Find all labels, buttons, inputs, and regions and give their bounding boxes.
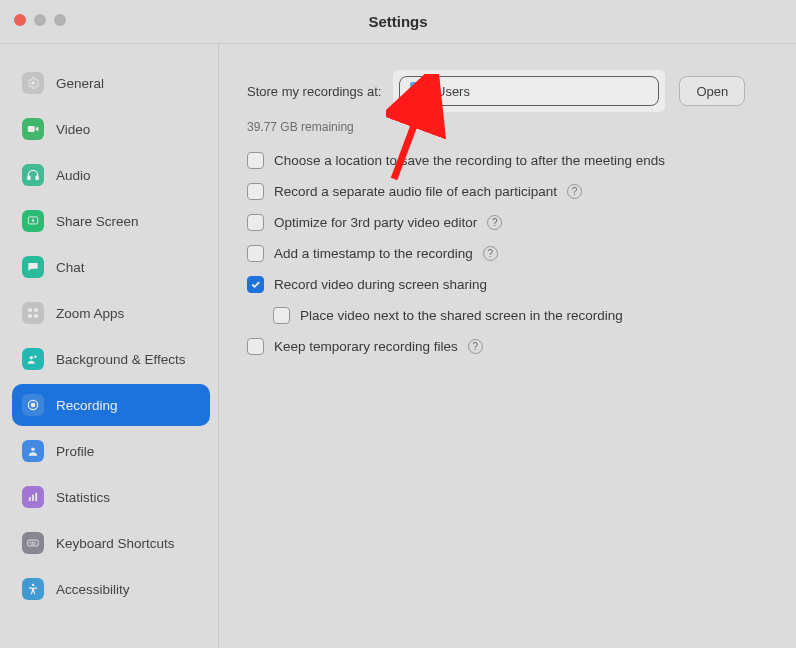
store-location-label: Store my recordings at:	[247, 84, 381, 99]
sidebar-item-chat[interactable]: Chat	[12, 246, 210, 288]
sidebar-item-label: Chat	[56, 260, 85, 275]
svg-point-9	[30, 356, 34, 360]
sidebar-item-keyboard-shortcuts[interactable]: Keyboard Shortcuts	[12, 522, 210, 564]
svg-rect-6	[34, 308, 38, 312]
sidebar-item-label: Audio	[56, 168, 91, 183]
video-icon	[22, 118, 44, 140]
help-icon[interactable]: ?	[567, 184, 582, 199]
chat-icon	[22, 256, 44, 278]
checkbox-record-during-screenshare[interactable]	[247, 276, 264, 293]
sidebar-item-label: Accessibility	[56, 582, 130, 597]
sidebar-item-recording[interactable]: Recording	[12, 384, 210, 426]
svg-rect-15	[35, 493, 37, 501]
svg-rect-20	[31, 544, 36, 545]
svg-rect-19	[34, 542, 35, 543]
svg-point-0	[31, 81, 35, 85]
svg-rect-7	[28, 314, 32, 318]
sidebar-item-label: Background & Effects	[56, 352, 186, 367]
headphones-icon	[22, 164, 44, 186]
svg-rect-14	[32, 495, 34, 501]
window-title: Settings	[368, 13, 427, 30]
opt-label: Keep temporary recording files	[274, 339, 458, 354]
svg-rect-17	[30, 542, 31, 543]
svg-rect-3	[36, 176, 38, 180]
checkbox-keep-temp-files[interactable]	[247, 338, 264, 355]
sidebar-item-video[interactable]: Video	[12, 108, 210, 150]
opt-place-video-next: Place video next to the shared screen in…	[273, 307, 770, 324]
traffic-lights	[14, 14, 66, 26]
store-location-row: Store my recordings at: Open	[247, 70, 770, 112]
opt-keep-temp-files: Keep temporary recording files ?	[247, 338, 770, 355]
sidebar-item-label: Recording	[56, 398, 118, 413]
opt-separate-audio: Record a separate audio file of each par…	[247, 183, 770, 200]
sidebar-item-general[interactable]: General	[12, 62, 210, 104]
accessibility-icon	[22, 578, 44, 600]
gear-icon	[22, 72, 44, 94]
sidebar-item-share-screen[interactable]: Share Screen	[12, 200, 210, 242]
opt-choose-location-after: Choose a location to save the recording …	[247, 152, 770, 169]
opt-optimize-3rd-party: Optimize for 3rd party video editor ?	[247, 214, 770, 231]
opt-label: Choose a location to save the recording …	[274, 153, 665, 168]
content: General Video Audio Share Screen Chat	[0, 44, 796, 648]
settings-sidebar: General Video Audio Share Screen Chat	[0, 44, 219, 648]
svg-point-21	[32, 584, 34, 586]
statistics-icon	[22, 486, 44, 508]
share-screen-icon	[22, 210, 44, 232]
folder-icon	[410, 85, 426, 98]
profile-icon	[22, 440, 44, 462]
help-icon[interactable]: ?	[468, 339, 483, 354]
sidebar-item-statistics[interactable]: Statistics	[12, 476, 210, 518]
sidebar-item-background-effects[interactable]: Background & Effects	[12, 338, 210, 380]
opt-label: Place video next to the shared screen in…	[300, 308, 623, 323]
path-highlight	[393, 70, 665, 112]
svg-rect-5	[28, 308, 32, 312]
help-icon[interactable]: ?	[483, 246, 498, 261]
checkbox-add-timestamp[interactable]	[247, 245, 264, 262]
opt-add-timestamp: Add a timestamp to the recording ?	[247, 245, 770, 262]
sidebar-item-label: Keyboard Shortcuts	[56, 536, 175, 551]
help-icon[interactable]: ?	[487, 215, 502, 230]
checkbox-optimize-3rd-party[interactable]	[247, 214, 264, 231]
window-zoom-button[interactable]	[54, 14, 66, 26]
svg-rect-2	[28, 176, 30, 180]
recording-path-field[interactable]	[399, 76, 659, 106]
sidebar-item-audio[interactable]: Audio	[12, 154, 210, 196]
record-icon	[22, 394, 44, 416]
recording-path-input[interactable]	[432, 84, 648, 99]
opt-label: Optimize for 3rd party video editor	[274, 215, 477, 230]
recording-options: Choose a location to save the recording …	[247, 152, 770, 355]
opt-record-during-screenshare: Record video during screen sharing	[247, 276, 770, 293]
storage-remaining: 39.77 GB remaining	[247, 120, 770, 134]
sidebar-item-label: Profile	[56, 444, 94, 459]
background-effects-icon	[22, 348, 44, 370]
sidebar-item-label: Video	[56, 122, 90, 137]
window-close-button[interactable]	[14, 14, 26, 26]
sidebar-item-label: Share Screen	[56, 214, 139, 229]
checkbox-place-video-next[interactable]	[273, 307, 290, 324]
window-minimize-button[interactable]	[34, 14, 46, 26]
sidebar-item-label: Zoom Apps	[56, 306, 124, 321]
keyboard-icon	[22, 532, 44, 554]
opt-label: Record video during screen sharing	[274, 277, 487, 292]
opt-label: Add a timestamp to the recording	[274, 246, 473, 261]
svg-rect-1	[28, 126, 35, 132]
sidebar-item-profile[interactable]: Profile	[12, 430, 210, 472]
open-button[interactable]: Open	[679, 76, 745, 106]
sidebar-item-label: Statistics	[56, 490, 110, 505]
checkbox-separate-audio[interactable]	[247, 183, 264, 200]
sidebar-item-label: General	[56, 76, 104, 91]
svg-point-11	[31, 403, 35, 407]
svg-point-12	[31, 448, 35, 452]
checkbox-choose-location-after[interactable]	[247, 152, 264, 169]
svg-rect-13	[29, 497, 31, 501]
svg-rect-18	[32, 542, 33, 543]
titlebar: Settings	[0, 0, 796, 44]
opt-label: Record a separate audio file of each par…	[274, 184, 557, 199]
recording-settings-panel: Store my recordings at: Open 39.77 GB re…	[219, 44, 796, 648]
sidebar-item-zoom-apps[interactable]: Zoom Apps	[12, 292, 210, 334]
svg-rect-8	[34, 314, 38, 318]
sidebar-item-accessibility[interactable]: Accessibility	[12, 568, 210, 610]
apps-icon	[22, 302, 44, 324]
